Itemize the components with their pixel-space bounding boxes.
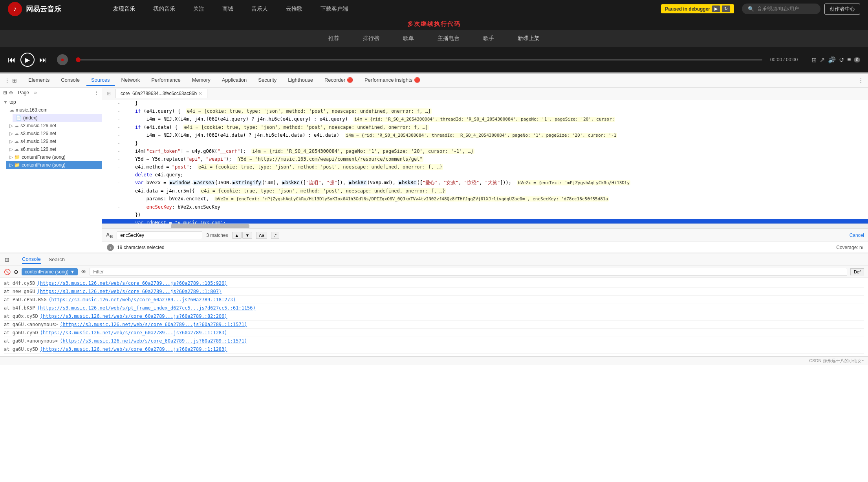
debugger-resume-btn[interactable]: ▶: [712, 5, 720, 12]
code-line-11: - encSecKey: bVe2x.encSecKey: [102, 203, 868, 211]
quality-icon[interactable]: ⊞: [811, 56, 817, 64]
next-match-btn[interactable]: ▼: [242, 232, 252, 239]
progress-bar[interactable]: [76, 59, 762, 60]
play-btn[interactable]: ▶: [20, 53, 35, 67]
default-level-btn[interactable]: Def: [850, 268, 864, 275]
tab-performance[interactable]: Performance: [146, 75, 185, 86]
cancel-btn[interactable]: Cancel: [850, 233, 864, 238]
aa-btn[interactable]: Aa: [256, 232, 267, 239]
nav-musician[interactable]: 音乐人: [248, 4, 271, 14]
tab-network[interactable]: Network: [117, 75, 145, 86]
tree-cf2-label: contentFrame (song): [22, 162, 65, 168]
nav-follow[interactable]: 关注: [190, 4, 207, 14]
file-tree-header: ⊞ ⊕ Page » ⋮: [0, 88, 102, 98]
more-icon[interactable]: ⋮: [94, 90, 99, 95]
console-icons: ⊞: [4, 257, 10, 263]
cloud-icon: ☁: [9, 107, 14, 113]
tab-memory[interactable]: Memory: [187, 75, 215, 86]
tree-s2-label: s2.music.126.net: [20, 123, 56, 128]
code-line-5: - i4m["csrf_token"] = u4y.gQ6K("__csrf")…: [102, 147, 868, 155]
volume-icon[interactable]: 🔊: [828, 56, 836, 64]
tree-item-index[interactable]: 📄 (index): [13, 114, 102, 122]
nav-discover[interactable]: 发现音乐: [110, 4, 138, 14]
player-right-controls: ⊞ ↗ 🔊 ↺ ≡ 0: [811, 56, 860, 64]
tree-item-top[interactable]: ▼ top: [0, 98, 102, 106]
share-icon[interactable]: ↗: [820, 56, 825, 64]
new-tab-icon[interactable]: ⊕: [9, 90, 13, 95]
cloud-icon-s4: ▷ ☁: [9, 139, 19, 144]
chevron-icon[interactable]: »: [34, 90, 37, 95]
tree-item-cf2[interactable]: ▷ 📁 contentFrame (song): [6, 161, 102, 169]
sec-nav-chart[interactable]: 排行榜: [363, 33, 379, 44]
prev-btn[interactable]: ⏮: [8, 55, 16, 64]
debugger-label: Paused in debugger: [665, 6, 710, 12]
playlist-icon[interactable]: ≡: [847, 56, 851, 63]
chinese-label: JSON.stringify(i4m) 直到值全部加载完成: [66, 356, 174, 356]
tree-item-s2[interactable]: ▷ ☁ s2.music.126.net: [6, 122, 102, 130]
devtools-more-icon[interactable]: ⋮: [858, 77, 864, 84]
tab-console[interactable]: Console: [56, 75, 84, 86]
tree-s6-label: s6.music.126.net: [20, 147, 56, 152]
code-line-9b: - e4i.data = j4n.cr5w({ e4i = {cookie: t…: [102, 187, 868, 195]
search-placeholder: 音乐/视频/电台/用户: [757, 5, 799, 12]
tree-item-cf1[interactable]: ▷ 📁 contentFrame (song): [6, 153, 102, 161]
album-thumb: ●: [57, 54, 68, 65]
cloud-icon-s6: ▷ ☁: [9, 147, 19, 152]
context-label: contentFrame (song): [25, 269, 68, 275]
file-icon-index: 📄: [16, 115, 22, 121]
tab-application[interactable]: Application: [217, 75, 252, 86]
nav-my-music[interactable]: 我的音乐: [150, 4, 178, 14]
sec-nav-artist[interactable]: 歌手: [483, 33, 494, 44]
player-controls: ⏮ ▶ ⏭: [8, 53, 47, 67]
devtools-new-tab-icon[interactable]: ⊞: [11, 77, 18, 84]
eye-icon[interactable]: 👁: [81, 269, 86, 275]
prev-match-btn[interactable]: ▲: [232, 232, 242, 239]
tree-item-s6[interactable]: ▷ ☁ s6.music.126.net: [6, 145, 102, 153]
tab-sources[interactable]: Sources: [86, 75, 115, 86]
context-selector[interactable]: contentFrame (song) ▼: [22, 268, 78, 275]
nav-recommend[interactable]: 云推歌: [283, 4, 306, 14]
tab-lighthouse[interactable]: Lighthouse: [283, 75, 318, 86]
tree-item-music163[interactable]: ☁ music.163.com: [6, 106, 102, 114]
nav-shop[interactable]: 商城: [219, 4, 236, 14]
search-input[interactable]: [120, 233, 199, 238]
sec-nav-playlist[interactable]: 歌单: [403, 33, 414, 44]
console-tab-search[interactable]: Search: [49, 255, 65, 264]
loop-icon[interactable]: ↺: [839, 56, 844, 64]
tree-s3-label: s3.music.126.net: [20, 131, 56, 136]
devtools-toggle-icon[interactable]: ⋮: [4, 77, 10, 84]
devtools-tabs-bar: ⋮ ⊞ Elements Console Sources Network Per…: [0, 73, 868, 88]
new-tab-btn[interactable]: ⊞: [102, 89, 116, 98]
sec-nav-new[interactable]: 新碟上架: [518, 33, 540, 44]
code-line-12: - }): [102, 211, 868, 219]
filter-toggle-btn[interactable]: ⊖: [14, 269, 18, 275]
code-line-4: - }: [102, 139, 868, 147]
console-tab-console[interactable]: Console: [22, 255, 41, 264]
next-btn[interactable]: ⏭: [39, 55, 47, 64]
nav-download[interactable]: 下载客户端: [317, 4, 351, 14]
tab-perf-insights[interactable]: Performance insights 🔴: [360, 75, 425, 86]
h-scrollbar[interactable]: [102, 224, 868, 228]
console-filter-input[interactable]: [90, 268, 847, 276]
tree-item-s4[interactable]: ▷ ☁ s4.music.126.net: [6, 137, 102, 145]
creator-center-btn[interactable]: 创作者中心: [824, 4, 860, 15]
tab-elements[interactable]: Elements: [24, 75, 54, 86]
search-bar[interactable]: 🔍 音乐/视频/电台/用户: [742, 4, 820, 14]
search-input-wrap: [117, 231, 202, 239]
tab-security[interactable]: Security: [253, 75, 281, 86]
code-file-tab[interactable]: core_60a2789634...3fec6cc63ac86b ✕: [116, 89, 207, 98]
debugger-step-btn[interactable]: ↻: [722, 5, 730, 12]
grid-icon[interactable]: ⊞: [3, 90, 7, 95]
tree-item-s3[interactable]: ▷ ☁ s3.music.126.net: [6, 130, 102, 137]
code-line-8: - delete e4i.query;: [102, 171, 868, 179]
regex-btn[interactable]: .*: [271, 232, 279, 239]
dropdown-icon: ▼: [70, 269, 75, 275]
console-menu-icon[interactable]: ⊞: [4, 257, 10, 263]
sec-nav-recommend[interactable]: 推荐: [328, 33, 339, 44]
tree-music163-label: music.163.com: [16, 107, 48, 113]
tab-recorder[interactable]: Recorder 🔴: [320, 75, 358, 86]
logo-icon: ♪: [8, 2, 22, 16]
close-tab-icon[interactable]: ✕: [198, 91, 202, 96]
sec-nav-radio[interactable]: 主播电台: [438, 33, 460, 44]
clear-console-btn[interactable]: 🚫: [4, 269, 11, 275]
